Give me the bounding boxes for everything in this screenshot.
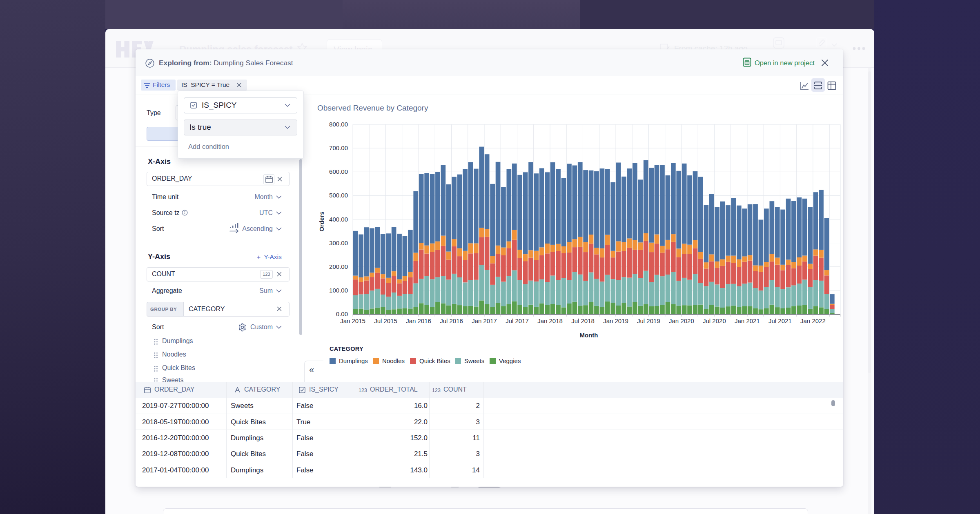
svg-text:Jan 2022: Jan 2022	[800, 317, 826, 324]
svg-text:Jan 2019: Jan 2019	[603, 317, 628, 324]
svg-text:Sweets: Sweets	[464, 357, 484, 364]
svg-text:800.00: 800.00	[329, 121, 348, 128]
svg-text:Jan 2020: Jan 2020	[669, 317, 694, 324]
svg-text:300.00: 300.00	[329, 239, 348, 246]
svg-text:Veggies: Veggies	[499, 357, 521, 364]
svg-text:Jan 2017: Jan 2017	[472, 317, 497, 324]
svg-text:400.00: 400.00	[329, 216, 348, 223]
svg-text:Jul 2016: Jul 2016	[440, 317, 463, 324]
svg-text:Jul 2015: Jul 2015	[374, 317, 397, 324]
svg-text:Orders: Orders	[318, 211, 325, 231]
svg-text:Jul 2021: Jul 2021	[768, 317, 792, 324]
svg-text:0.00: 0.00	[336, 310, 348, 317]
svg-text:Jul 2018: Jul 2018	[571, 317, 595, 324]
svg-text:Observed Revenue by Category: Observed Revenue by Category	[317, 104, 428, 112]
svg-text:CATEGORY: CATEGORY	[330, 346, 363, 352]
svg-text:Quick Bites: Quick Bites	[419, 357, 450, 364]
svg-text:Month: Month	[580, 332, 598, 339]
svg-text:700.00: 700.00	[329, 144, 348, 151]
svg-text:200.00: 200.00	[329, 263, 348, 270]
svg-text:Jan 2018: Jan 2018	[537, 317, 563, 324]
svg-text:500.00: 500.00	[329, 192, 348, 199]
svg-text:Jan 2016: Jan 2016	[406, 317, 431, 324]
svg-text:Jul 2019: Jul 2019	[637, 317, 660, 324]
svg-text:Jul 2017: Jul 2017	[506, 317, 529, 324]
svg-text:Jan 2021: Jan 2021	[735, 317, 760, 324]
svg-text:Jan 2015: Jan 2015	[340, 317, 365, 324]
svg-text:100.00: 100.00	[329, 287, 348, 294]
svg-text:600.00: 600.00	[329, 168, 348, 175]
svg-text:Jul 2020: Jul 2020	[703, 317, 726, 324]
svg-text:Noodles: Noodles	[382, 357, 405, 364]
svg-text:Dumplings: Dumplings	[339, 357, 368, 364]
